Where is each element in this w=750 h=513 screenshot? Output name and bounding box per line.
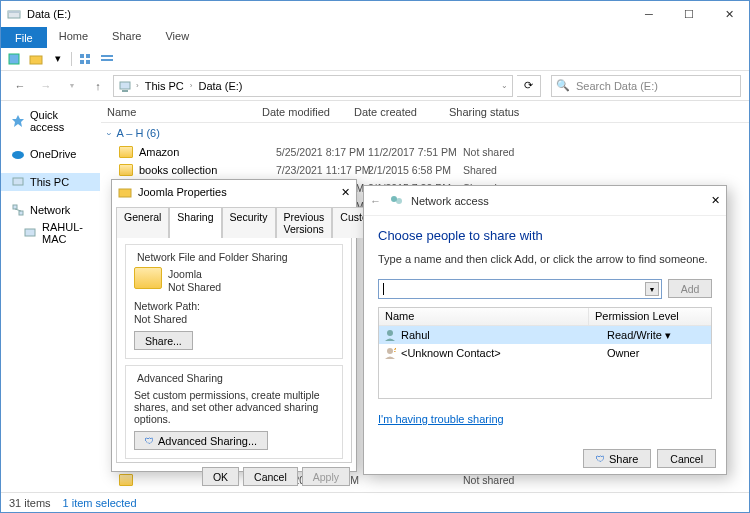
qat-view2-icon[interactable] — [98, 50, 116, 68]
breadcrumb-thispc[interactable]: This PC — [143, 80, 186, 92]
status-selected: 1 item selected — [63, 497, 137, 509]
status-bar: 31 items 1 item selected — [1, 492, 749, 512]
nav-this-pc[interactable]: This PC — [1, 173, 100, 191]
nav-back-button[interactable]: ← — [9, 75, 31, 97]
column-created[interactable]: Date created — [354, 106, 449, 118]
table-row[interactable]: Amazon5/25/2021 8:17 PM11/2/2017 7:51 PM… — [101, 143, 749, 161]
address-box[interactable]: › This PC › Data (E:) ⌄ — [113, 75, 513, 97]
nav-label: This PC — [30, 176, 69, 188]
ribbon-tab-share[interactable]: Share — [100, 27, 153, 48]
breadcrumb-drive[interactable]: Data (E:) — [196, 80, 244, 92]
sharing-status: Not shared — [463, 474, 514, 486]
ribbon-file-tab[interactable]: File — [1, 27, 47, 48]
tab-previous-versions[interactable]: Previous Versions — [276, 207, 333, 238]
group-header[interactable]: › A – H (6) — [101, 123, 749, 143]
people-combobox[interactable]: ▼ — [378, 279, 662, 299]
network-access-footer: 🛡 Share Cancel — [583, 449, 716, 468]
nav-label: Quick access — [30, 109, 94, 133]
svg-line-17 — [15, 209, 21, 211]
column-modified[interactable]: Date modified — [262, 106, 354, 118]
chevron-right-icon[interactable]: › — [190, 81, 193, 90]
network-path-label: Network Path: — [134, 300, 334, 312]
nav-up-button[interactable]: ↑ — [87, 75, 109, 97]
svg-text:?: ? — [392, 347, 396, 354]
tab-sharing[interactable]: Sharing — [169, 207, 221, 238]
group-label: A – H (6) — [116, 127, 159, 139]
computer-icon — [23, 226, 37, 240]
qat-newfolder-icon[interactable] — [27, 50, 45, 68]
people-list: Name Permission Level RahulRead/Write ▾?… — [378, 307, 712, 399]
nav-forward-button[interactable]: → — [35, 75, 57, 97]
svg-rect-15 — [13, 205, 17, 209]
quick-access-toolbar: ▾ — [1, 49, 749, 71]
ribbon: File Home Share View — [1, 27, 749, 49]
nav-quick-access[interactable]: Quick access — [1, 107, 100, 135]
network-icon — [11, 203, 25, 217]
file-name: books collection — [139, 164, 276, 176]
svg-rect-8 — [101, 55, 113, 57]
unknown-user-icon: ? — [383, 346, 397, 360]
back-icon[interactable]: ← — [370, 195, 381, 207]
folder-icon — [119, 146, 133, 158]
svg-rect-4 — [80, 54, 84, 58]
apply-button[interactable]: Apply — [302, 467, 350, 486]
properties-titlebar[interactable]: Joomla Properties ✕ — [112, 180, 356, 204]
svg-point-13 — [12, 151, 24, 159]
file-name: Amazon — [139, 146, 276, 158]
ok-button[interactable]: OK — [202, 467, 239, 486]
close-icon[interactable]: ✕ — [711, 194, 720, 207]
pc-icon — [11, 175, 25, 189]
shield-icon: 🛡 — [145, 436, 154, 446]
qat-dropdown-icon[interactable]: ▾ — [49, 50, 67, 68]
ribbon-tab-home[interactable]: Home — [47, 27, 100, 48]
svg-rect-16 — [19, 211, 23, 215]
ribbon-tab-view[interactable]: View — [153, 27, 201, 48]
chevron-down-icon[interactable]: ⌄ — [501, 81, 508, 90]
refresh-button[interactable]: ⟳ — [517, 75, 541, 97]
tab-general[interactable]: General — [116, 207, 169, 238]
column-name[interactable]: Name — [107, 106, 262, 118]
table-row[interactable]: books collection7/23/2021 11:17 PM2/1/20… — [101, 161, 749, 179]
cancel-button[interactable]: Cancel — [243, 467, 298, 486]
nav-recent-button[interactable]: ▼ — [61, 75, 83, 97]
chevron-down-icon[interactable]: ▼ — [645, 282, 659, 296]
column-sharing[interactable]: Sharing status — [449, 106, 749, 118]
text-cursor — [383, 283, 384, 295]
group-legend: Advanced Sharing — [134, 372, 226, 384]
advanced-sharing-button[interactable]: 🛡 Advanced Sharing... — [134, 431, 268, 450]
navigation-pane: Quick access OneDrive This PC Network RA… — [1, 101, 101, 493]
choose-people-heading: Choose people to share with — [378, 228, 712, 243]
network-access-header: ← Network access ✕ — [364, 186, 726, 216]
search-input[interactable]: 🔍 Search Data (E:) — [551, 75, 741, 97]
chevron-right-icon[interactable]: › — [136, 81, 139, 90]
nav-label: Network — [30, 204, 70, 216]
trouble-sharing-link[interactable]: I'm having trouble sharing — [378, 413, 504, 425]
share-button[interactable]: Share... — [134, 331, 193, 350]
nav-onedrive[interactable]: OneDrive — [1, 145, 100, 163]
tab-security[interactable]: Security — [222, 207, 276, 238]
column-name[interactable]: Name — [379, 308, 589, 325]
qat-properties-icon[interactable] — [5, 50, 23, 68]
close-button[interactable]: ✕ — [709, 1, 749, 27]
address-bar: ← → ▼ ↑ › This PC › Data (E:) ⌄ ⟳ 🔍 Sear… — [1, 71, 749, 101]
nav-rahul-mac[interactable]: RAHUL-MAC — [1, 219, 100, 247]
column-permission[interactable]: Permission Level — [589, 308, 711, 325]
list-item[interactable]: ?<Unknown Contact>Owner — [379, 344, 711, 362]
svg-rect-3 — [30, 56, 42, 64]
network-path-value: Not Shared — [134, 313, 334, 325]
close-icon[interactable]: ✕ — [341, 186, 350, 199]
minimize-button[interactable]: ─ — [629, 1, 669, 27]
maximize-button[interactable]: ☐ — [669, 1, 709, 27]
properties-tabs: General Sharing Security Previous Versio… — [112, 206, 356, 237]
nav-network[interactable]: Network — [1, 201, 100, 219]
nav-label: OneDrive — [30, 148, 76, 160]
cancel-button[interactable]: Cancel — [657, 449, 716, 468]
list-item[interactable]: RahulRead/Write ▾ — [379, 326, 711, 344]
choose-people-sub: Type a name and then click Add, or click… — [378, 253, 712, 265]
share-button[interactable]: 🛡 Share — [583, 449, 651, 468]
button-label: Advanced Sharing... — [158, 435, 257, 447]
qat-view-icon[interactable] — [76, 50, 94, 68]
titlebar: Data (E:) ─ ☐ ✕ — [1, 1, 749, 27]
permission-level[interactable]: Read/Write ▾ — [607, 329, 671, 342]
add-button[interactable]: Add — [668, 279, 712, 298]
